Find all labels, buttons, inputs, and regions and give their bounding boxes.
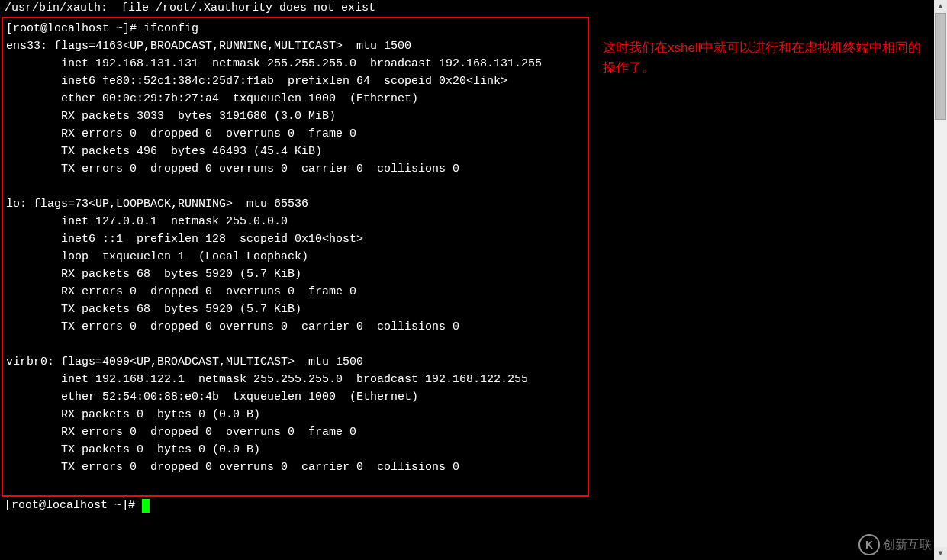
terminal-line: ens33: flags=4163<UP,BROADCAST,RUNNING,M…	[6, 37, 585, 55]
terminal-line: TX packets 68 bytes 5920 (5.7 KiB)	[6, 301, 585, 318]
terminal-line: RX packets 0 bytes 0 (0.0 B)	[6, 406, 585, 423]
scroll-up-button[interactable]: ▲	[934, 0, 947, 13]
terminal-line	[6, 178, 585, 195]
terminal-line: TX errors 0 dropped 0 overruns 0 carrier…	[6, 318, 585, 336]
terminal-line: TX errors 0 dropped 0 overruns 0 carrier…	[6, 160, 585, 178]
terminal-line: RX packets 68 bytes 5920 (5.7 KiB)	[6, 266, 585, 283]
terminal-header-line: /usr/bin/xauth: file /root/.Xauthority d…	[0, 0, 947, 17]
annotation-highlight: xshell	[668, 40, 701, 55]
terminal-prompt-line[interactable]: [root@localhost ~]#	[0, 497, 947, 514]
terminal-line: inet 127.0.0.1 netmask 255.0.0.0	[6, 213, 585, 230]
terminal-line: RX errors 0 dropped 0 overruns 0 frame 0	[6, 125, 585, 143]
terminal-output-box[interactable]: [root@localhost ~]# ifconfigens33: flags…	[2, 17, 589, 497]
terminal-line: lo: flags=73<UP,LOOPBACK,RUNNING> mtu 65…	[6, 195, 585, 213]
terminal-line: TX packets 0 bytes 0 (0.0 B)	[6, 441, 585, 459]
watermark-logo-icon: K	[858, 534, 880, 555]
terminal-line: RX errors 0 dropped 0 overruns 0 frame 0	[6, 423, 585, 441]
terminal-line: RX errors 0 dropped 0 overruns 0 frame 0	[6, 283, 585, 301]
terminal-line	[6, 336, 585, 353]
terminal-line: ether 00:0c:29:7b:27:a4 txqueuelen 1000 …	[6, 90, 585, 108]
terminal-line: [root@localhost ~]# ifconfig	[6, 20, 585, 37]
annotation-text: 这时我们在xshell中就可以进行和在虚拟机终端中相同的操作了。	[603, 38, 923, 78]
annotation-prefix: 这时我们在	[603, 40, 668, 55]
terminal-prompt: [root@localhost ~]#	[5, 497, 142, 514]
vertical-scrollbar[interactable]: ▲ ▼	[934, 0, 947, 560]
watermark: K 创新互联	[858, 534, 932, 555]
terminal-line: ether 52:54:00:88:e0:4b txqueuelen 1000 …	[6, 388, 585, 406]
terminal-line: TX packets 496 bytes 46493 (45.4 KiB)	[6, 143, 585, 160]
watermark-text: 创新互联	[883, 537, 932, 553]
cursor-icon	[142, 499, 150, 513]
terminal-line: inet 192.168.122.1 netmask 255.255.255.0…	[6, 371, 585, 388]
terminal-line: inet6 fe80::52c1:384c:25d7:f1ab prefixle…	[6, 72, 585, 90]
terminal-line: virbr0: flags=4099<UP,BROADCAST,MULTICAS…	[6, 353, 585, 371]
scrollbar-thumb[interactable]	[935, 13, 946, 120]
terminal-line: TX errors 0 dropped 0 overruns 0 carrier…	[6, 459, 585, 476]
terminal-line: inet 192.168.131.131 netmask 255.255.255…	[6, 55, 585, 72]
terminal-line: inet6 ::1 prefixlen 128 scopeid 0x10<hos…	[6, 230, 585, 248]
terminal-line: RX packets 3033 bytes 3191680 (3.0 MiB)	[6, 108, 585, 125]
terminal-line	[6, 476, 585, 494]
scroll-down-button[interactable]: ▼	[934, 547, 947, 560]
terminal-line: loop txqueuelen 1 (Local Loopback)	[6, 248, 585, 266]
